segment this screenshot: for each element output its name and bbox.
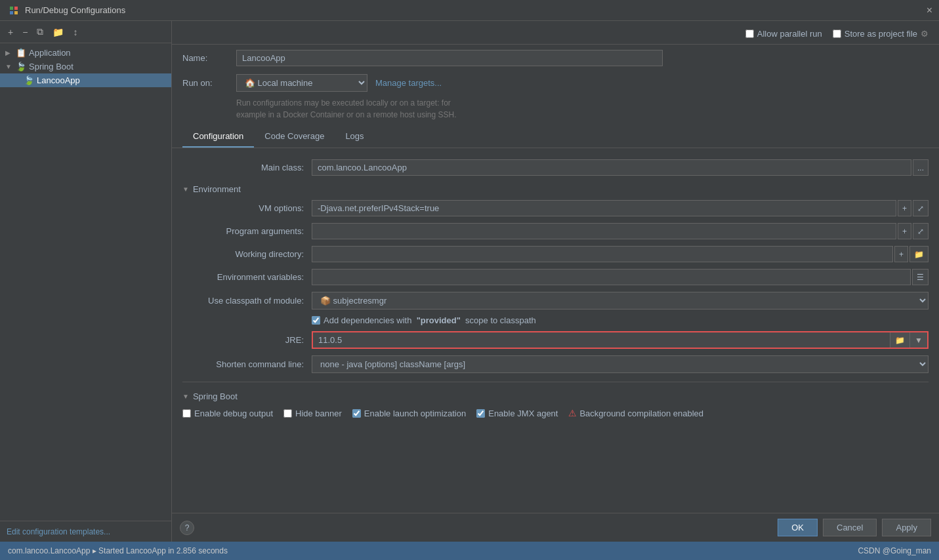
copy-config-button[interactable]: ⧉ [34, 25, 46, 39]
name-field-label: Name: [182, 53, 228, 63]
lancoo-app-icon: 🍃 [24, 75, 34, 85]
main-class-browse-button[interactable]: ... [913, 159, 929, 176]
program-arguments-row: Program arguments: + ⤢ [182, 220, 929, 243]
enable-debug-label[interactable]: Enable debug output [182, 409, 273, 418]
vm-options-input[interactable] [312, 200, 896, 216]
working-directory-input[interactable] [312, 246, 893, 262]
run-on-select[interactable]: 🏠 Local machine [236, 74, 367, 92]
tree-item-lancoo-app[interactable]: 🍃 LancooApp [0, 73, 171, 87]
vm-expand-button[interactable]: + [898, 200, 911, 216]
enable-launch-checkbox[interactable] [352, 409, 361, 418]
spring-boot-arrow: ▼ [182, 393, 189, 400]
store-as-project-file-label[interactable]: Store as project file ⚙ [833, 29, 929, 39]
hide-banner-label[interactable]: Hide banner [283, 409, 342, 418]
run-on-row: Run on: 🏠 Local machine Manage targets..… [172, 71, 939, 94]
classpath-select[interactable]: 📦 subjectresmgr [312, 292, 929, 310]
classpath-row: Use classpath of module: 📦 subjectresmgr [182, 289, 929, 313]
tab-logs[interactable]: Logs [335, 126, 374, 148]
spring-boot-options-row: Enable debug output Hide banner Enable l… [182, 404, 929, 422]
tab-code-coverage[interactable]: Code Coverage [254, 126, 335, 148]
wd-browse-button[interactable]: 📁 [909, 246, 929, 262]
allow-parallel-run-checkbox[interactable] [745, 30, 754, 38]
ok-button[interactable]: OK [778, 519, 818, 536]
tree-arrow-lancoo [13, 77, 21, 84]
prog-expand-button[interactable]: + [898, 223, 911, 239]
classpath-label: Use classpath of module: [182, 296, 304, 306]
environment-section-header: ▼ Environment [182, 179, 929, 197]
header-row: Allow parallel run Store as project file… [172, 21, 939, 45]
spring-boot-icon: 🍃 [16, 62, 26, 71]
working-directory-row: Working directory: + 📁 [182, 243, 929, 266]
svg-rect-3 [14, 11, 18, 14]
main-class-field: ... [312, 159, 929, 176]
env-edit-button[interactable]: ☰ [912, 269, 929, 285]
jre-dropdown-button[interactable]: ▼ [909, 332, 927, 348]
tree-item-spring-boot[interactable]: ▼ 🍃 Spring Boot [0, 60, 171, 73]
title-icon [8, 5, 20, 16]
name-input[interactable] [236, 50, 663, 66]
status-text: com.lancoo.LancooApp ▸ Started LancooApp… [8, 546, 228, 555]
tree-arrow-spring-boot: ▼ [5, 63, 13, 70]
allow-parallel-run-label[interactable]: Allow parallel run [745, 29, 822, 39]
enable-jmx-label[interactable]: Enable JMX agent [476, 409, 558, 418]
enable-jmx-checkbox[interactable] [476, 409, 485, 418]
hide-banner-checkbox[interactable] [283, 409, 292, 418]
enable-debug-checkbox[interactable] [182, 409, 191, 418]
application-label: Application [29, 48, 71, 58]
vm-fullscreen-button[interactable]: ⤢ [913, 200, 929, 216]
env-variables-field: ☰ [312, 269, 929, 285]
tree-arrow-application: ▶ [5, 49, 13, 56]
shorten-cmd-select[interactable]: none - java [options] className [args] [312, 355, 929, 373]
help-button[interactable]: ? [180, 521, 194, 535]
svg-rect-2 [10, 11, 13, 14]
cancel-button[interactable]: Cancel [823, 519, 877, 536]
tab-configuration[interactable]: Configuration [182, 126, 254, 148]
bg-compilation-badge: ⚠ Background compilation enabled [568, 408, 703, 418]
store-as-project-file-checkbox[interactable] [833, 30, 841, 38]
program-arguments-label: Program arguments: [182, 226, 304, 236]
edit-templates-link[interactable]: Edit configuration templates... [7, 527, 110, 536]
jre-browse-button[interactable]: 📁 [890, 332, 909, 348]
wd-expand-button[interactable]: + [894, 246, 908, 262]
add-deps-label[interactable]: Add dependencies with "provided" scope t… [312, 315, 536, 325]
config-tree: ▶ 📋 Application ▼ 🍃 Spring Boot 🍃 Lancoo… [0, 43, 171, 521]
tabs-row: Configuration Code Coverage Logs [172, 126, 939, 148]
sort-config-button[interactable]: ↕ [70, 26, 80, 39]
vm-options-field: + ⤢ [312, 200, 929, 216]
main-class-input[interactable] [312, 159, 911, 176]
env-variables-row: Environment variables: ☰ [182, 266, 929, 289]
remove-config-button[interactable]: − [20, 26, 30, 39]
add-config-button[interactable]: + [5, 26, 16, 39]
run-hint: Run configurations may be executed local… [172, 94, 939, 126]
jre-input[interactable] [313, 332, 890, 348]
main-content: Allow parallel run Store as project file… [172, 21, 939, 542]
bottom-bar: ? OK Cancel Apply [172, 513, 939, 542]
form-area: Main class: ... ▼ Environment VM options… [172, 148, 939, 513]
tree-item-application[interactable]: ▶ 📋 Application [0, 46, 171, 60]
program-arguments-input[interactable] [312, 223, 896, 239]
working-directory-label: Working directory: [182, 249, 304, 259]
vm-options-label: VM options: [182, 203, 304, 213]
classpath-field: 📦 subjectresmgr [312, 292, 929, 310]
add-deps-row: Add dependencies with "provided" scope t… [182, 313, 929, 328]
sidebar-toolbar: + − ⧉ 📁 ↕ [0, 21, 171, 43]
status-bar: com.lancoo.LancooApp ▸ Started LancooApp… [0, 542, 939, 560]
working-directory-field: + 📁 [312, 246, 929, 262]
manage-targets-link[interactable]: Manage targets... [375, 78, 442, 88]
prog-fullscreen-button[interactable]: ⤢ [913, 223, 929, 239]
program-arguments-field: + ⤢ [312, 223, 929, 239]
enable-launch-label[interactable]: Enable launch optimization [352, 409, 466, 418]
main-class-row: Main class: ... [182, 156, 929, 179]
close-button[interactable]: × [927, 5, 932, 16]
jre-label: JRE: [182, 335, 304, 345]
svg-rect-1 [14, 7, 18, 10]
folder-config-button[interactable]: 📁 [50, 26, 66, 39]
add-deps-checkbox[interactable] [312, 316, 320, 325]
jre-buttons: 📁 ▼ [890, 332, 927, 348]
apply-button[interactable]: Apply [882, 519, 931, 536]
svg-rect-0 [10, 7, 13, 10]
gear-icon[interactable]: ⚙ [921, 29, 929, 39]
window-title: Run/Debug Configurations [25, 5, 125, 15]
environment-arrow: ▼ [182, 186, 189, 193]
env-variables-input[interactable] [312, 269, 911, 285]
